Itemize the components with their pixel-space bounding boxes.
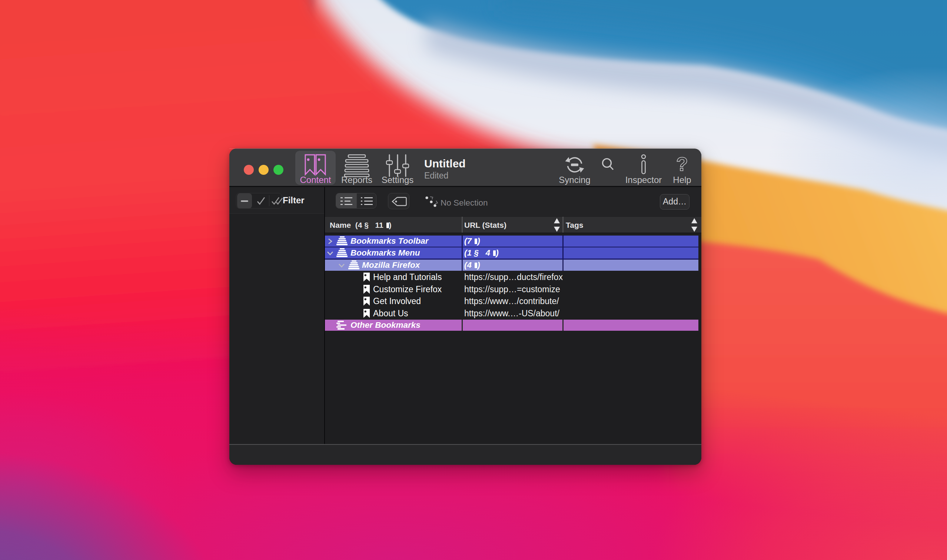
svg-text:?: ? bbox=[676, 154, 688, 175]
